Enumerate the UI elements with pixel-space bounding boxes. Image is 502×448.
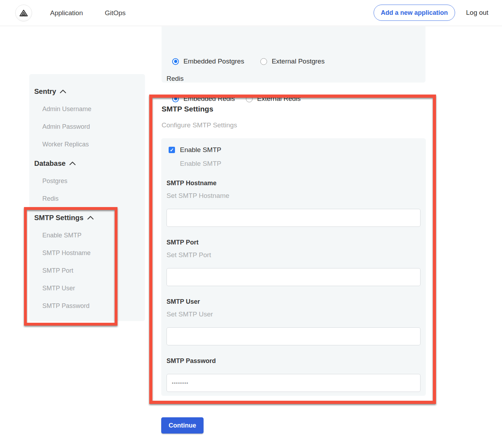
smtp-section-subtitle: Configure SMTP Settings bbox=[162, 121, 237, 129]
external-postgres-label[interactable]: External Postgres bbox=[272, 57, 325, 65]
smtp-user-input[interactable] bbox=[167, 327, 421, 345]
external-redis-radio[interactable] bbox=[246, 96, 253, 102]
smtp-hostname-label: SMTP Hostname bbox=[167, 180, 421, 187]
smtp-hostname-field: SMTP Hostname Set SMTP Hostname bbox=[167, 180, 421, 227]
embedded-redis-radio[interactable] bbox=[172, 96, 179, 102]
page-canvas: Application GitOps Add a new application… bbox=[0, 0, 502, 448]
redis-radio-group: Embedded Redis External Redis bbox=[172, 95, 301, 103]
smtp-user-label: SMTP User bbox=[167, 298, 421, 305]
embedded-redis-label[interactable]: Embedded Redis bbox=[183, 95, 235, 103]
sidebar-item-redis[interactable]: Redis bbox=[29, 190, 145, 207]
smtp-password-field: SMTP Password bbox=[167, 357, 421, 392]
sidebar-item-smtp-password[interactable]: SMTP Password bbox=[29, 297, 145, 315]
redis-group-label: Redis bbox=[167, 75, 184, 83]
embedded-postgres-radio[interactable] bbox=[172, 58, 179, 65]
sidebar-item-smtp-hostname[interactable]: SMTP Hostname bbox=[29, 244, 145, 262]
sidebar-item-enable-smtp[interactable]: Enable SMTP bbox=[29, 226, 145, 244]
chevron-up-icon bbox=[60, 89, 66, 93]
sidebar-group-smtp-settings[interactable]: SMTP Settings bbox=[29, 209, 145, 226]
sidebar-item-smtp-port[interactable]: SMTP Port bbox=[29, 262, 145, 279]
enable-smtp-help-text: Enable SMTP bbox=[180, 160, 421, 168]
external-redis-label[interactable]: External Redis bbox=[257, 95, 301, 103]
nav-item-application[interactable]: Application bbox=[50, 9, 83, 17]
enable-smtp-checkbox[interactable]: ✓ bbox=[169, 147, 175, 153]
smtp-port-label: SMTP Port bbox=[167, 239, 421, 246]
smtp-form-panel: ✓ Enable SMTP Enable SMTP SMTP Hostname … bbox=[161, 138, 426, 396]
enable-smtp-checkbox-row: ✓ Enable SMTP bbox=[169, 146, 421, 154]
smtp-password-input[interactable] bbox=[167, 374, 421, 392]
enable-smtp-checkbox-label[interactable]: Enable SMTP bbox=[180, 146, 221, 154]
sidebar-group-sentry-label: Sentry bbox=[34, 87, 56, 96]
chevron-up-icon bbox=[87, 216, 94, 220]
checkmark-icon: ✓ bbox=[170, 147, 174, 152]
sidebar-item-postgres[interactable]: Postgres bbox=[29, 172, 145, 190]
smtp-section-title: SMTP Settings bbox=[162, 105, 213, 113]
add-new-application-button[interactable]: Add a new application bbox=[374, 5, 455, 21]
smtp-user-field: SMTP User Set SMTP User bbox=[167, 298, 421, 345]
smtp-port-help-text: Set SMTP Port bbox=[167, 251, 421, 259]
chevron-up-icon bbox=[69, 161, 76, 165]
sidebar-item-admin-password[interactable]: Admin Password bbox=[29, 118, 145, 135]
postgres-radio-group: Embedded Postgres External Postgres bbox=[172, 57, 325, 65]
sidebar-group-sentry[interactable]: Sentry bbox=[29, 83, 145, 100]
sidebar-group-database-label: Database bbox=[34, 159, 66, 168]
database-config-section: Embedded Postgres External Postgres Redi… bbox=[162, 26, 425, 83]
smtp-hostname-help-text: Set SMTP Hostname bbox=[167, 192, 421, 200]
sentry-logo-icon[interactable] bbox=[15, 5, 32, 22]
embedded-postgres-label[interactable]: Embedded Postgres bbox=[183, 57, 244, 65]
smtp-port-input[interactable] bbox=[167, 268, 421, 286]
smtp-port-field: SMTP Port Set SMTP Port bbox=[167, 239, 421, 286]
sidebar-item-admin-username[interactable]: Admin Username bbox=[29, 100, 145, 118]
nav-item-gitops[interactable]: GitOps bbox=[105, 9, 126, 17]
top-navbar: Application GitOps Add a new application… bbox=[0, 0, 502, 26]
continue-button[interactable]: Continue bbox=[161, 417, 204, 434]
external-postgres-radio[interactable] bbox=[260, 58, 267, 65]
logout-button[interactable]: Log out bbox=[466, 9, 488, 17]
sidebar-item-smtp-user[interactable]: SMTP User bbox=[29, 279, 145, 297]
sidebar-group-smtp-settings-label: SMTP Settings bbox=[34, 214, 84, 222]
sidebar-group-database[interactable]: Database bbox=[29, 155, 145, 172]
smtp-user-help-text: Set SMTP User bbox=[167, 310, 421, 318]
sidebar-item-worker-replicas[interactable]: Worker Replicas bbox=[29, 135, 145, 153]
config-sidebar: Sentry Admin Username Admin Password Wor… bbox=[29, 74, 145, 321]
smtp-password-label: SMTP Password bbox=[167, 357, 421, 365]
smtp-hostname-input[interactable] bbox=[167, 209, 421, 227]
